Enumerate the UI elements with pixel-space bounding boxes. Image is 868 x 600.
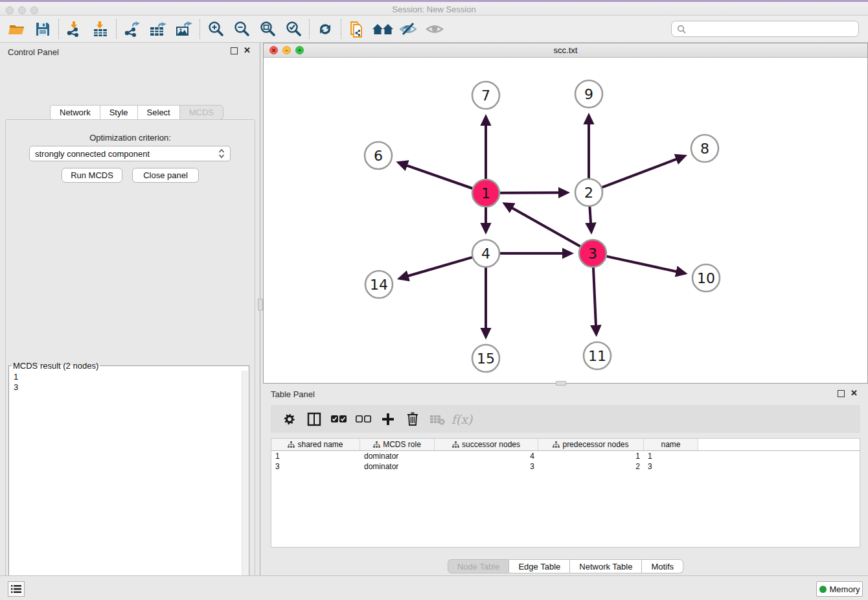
cell-shared-name[interactable]: 1 — [271, 452, 360, 461]
show-all-button[interactable] — [422, 17, 448, 41]
cell-name[interactable]: 3 — [644, 462, 698, 471]
home-button[interactable] — [370, 17, 396, 41]
duplicate-network-button[interactable] — [344, 17, 370, 41]
run-mcds-button[interactable]: Run MCDS — [62, 168, 122, 183]
eye-slash-icon — [399, 21, 418, 37]
node-table[interactable]: shared nameMCDS rolesuccessor nodesprede… — [271, 438, 860, 548]
vertical-splitter-grip[interactable] — [258, 299, 263, 310]
import-network-button[interactable] — [62, 17, 87, 41]
delete-table-icon — [429, 413, 445, 425]
network-window-titlebar[interactable]: ✕ − + scc.txt — [264, 43, 867, 58]
hide-selected-button[interactable] — [396, 17, 422, 41]
tab-node-table[interactable]: Node Table — [448, 559, 510, 573]
edge-2-8[interactable] — [602, 156, 685, 187]
edge-3-11[interactable] — [593, 268, 597, 334]
edge-1-6[interactable] — [398, 163, 472, 189]
table-row[interactable]: 3dominator323 — [271, 461, 860, 472]
cell-successor-nodes[interactable]: 4 — [435, 452, 538, 461]
tab-style[interactable]: Style — [100, 105, 138, 120]
cell-shared-name[interactable]: 3 — [271, 462, 360, 471]
save-session-button[interactable] — [30, 17, 56, 41]
mcds-result-item[interactable]: 3 — [14, 382, 238, 393]
memory-status-icon — [819, 586, 827, 593]
graph-node-label-4: 4 — [481, 246, 490, 262]
column-header-shared-name[interactable]: shared name — [271, 439, 360, 450]
zoom-in-button[interactable] — [203, 17, 229, 41]
export-network-button[interactable] — [119, 17, 145, 41]
optimization-criterion-select[interactable]: strongly connected component — [29, 146, 231, 161]
tab-mcds[interactable]: MCDS — [180, 105, 223, 120]
mcds-result-scrollbar[interactable] — [242, 371, 248, 600]
delete-column-button[interactable] — [400, 408, 425, 431]
edge-4-14[interactable] — [400, 257, 472, 279]
edge-1-2[interactable] — [500, 192, 567, 193]
export-image-icon — [175, 21, 193, 38]
cell-MCDS-role[interactable]: dominator — [360, 462, 435, 471]
column-type-icon — [288, 441, 295, 448]
unselect-all-columns-button[interactable] — [351, 408, 376, 431]
column-header-successor-nodes[interactable]: successor nodes — [435, 439, 538, 450]
function-builder-button[interactable]: f(x) — [450, 408, 474, 431]
refresh-button[interactable] — [312, 17, 338, 41]
tab-motifs[interactable]: Motifs — [642, 559, 683, 573]
mcds-tab-content: Optimization criterion: strongly connect… — [5, 119, 255, 600]
header-empty-area — [698, 439, 860, 450]
edge-3-1[interactable] — [505, 203, 580, 246]
search-input[interactable] — [686, 24, 858, 34]
mcds-result-list[interactable]: 13 — [10, 371, 242, 600]
control-panel-tabs: NetworkStyleSelectMCDS — [50, 105, 223, 120]
memory-button[interactable]: Memory — [816, 581, 863, 597]
toolbar-separator — [58, 19, 59, 39]
graph-node-label-7: 7 — [481, 87, 490, 104]
zoom-out-button[interactable] — [229, 17, 255, 41]
delete-table-button[interactable] — [425, 408, 450, 431]
cell-successor-nodes[interactable]: 3 — [435, 462, 538, 471]
close-panel-icon[interactable]: ✕ — [244, 46, 251, 55]
zoom-selected-button[interactable] — [280, 17, 306, 41]
table-toolbar: f(x) — [271, 405, 860, 433]
table-row[interactable]: 1dominator411 — [271, 451, 860, 461]
create-column-button[interactable] — [376, 408, 400, 431]
column-header-predecessor-nodes[interactable]: predecessor nodes — [538, 439, 644, 450]
column-header-name[interactable]: name — [644, 439, 698, 450]
column-type-icon — [373, 441, 380, 448]
network-canvas[interactable]: 7968124314101511 — [264, 58, 867, 383]
cell-MCDS-role[interactable]: dominator — [360, 452, 435, 461]
refresh-icon — [317, 21, 334, 38]
home-icon — [372, 21, 394, 37]
graph-node-label-2: 2 — [584, 185, 593, 201]
export-table-button[interactable] — [145, 17, 171, 41]
import-table-button[interactable] — [87, 17, 113, 41]
show-column-panel-button[interactable] — [302, 408, 326, 431]
search-icon — [677, 25, 686, 34]
table-settings-button[interactable] — [277, 408, 302, 431]
cell-predecessor-nodes[interactable]: 2 — [538, 462, 644, 471]
graph-node-label-9: 9 — [584, 86, 593, 102]
tab-edge-table[interactable]: Edge Table — [509, 559, 570, 573]
zoom-out-icon — [233, 21, 250, 38]
column-header-MCDS-role[interactable]: MCDS role — [360, 439, 435, 450]
session-title: Session: New Session — [0, 5, 868, 14]
open-session-button[interactable] — [4, 17, 30, 41]
close-panel-button[interactable]: Close panel — [132, 168, 199, 183]
tab-network[interactable]: Network — [50, 105, 100, 120]
tab-network-table[interactable]: Network Table — [570, 559, 642, 573]
horizontal-splitter-grip[interactable] — [556, 381, 566, 386]
zoom-fit-button[interactable] — [255, 17, 280, 41]
select-all-columns-button[interactable] — [326, 408, 351, 431]
app-titlebar: Session: New Session — [0, 0, 868, 16]
close-table-panel-icon[interactable]: ✕ — [851, 389, 858, 398]
float-table-panel-icon[interactable] — [838, 390, 845, 397]
float-panel-icon[interactable] — [231, 47, 238, 54]
task-history-button[interactable] — [8, 581, 25, 597]
mcds-result-item[interactable]: 1 — [14, 372, 238, 382]
edge-3-10[interactable] — [606, 257, 685, 273]
edge-2-3[interactable] — [589, 207, 591, 232]
search-box[interactable] — [671, 21, 859, 37]
cell-predecessor-nodes[interactable]: 1 — [538, 452, 644, 461]
graph-node-label-6: 6 — [374, 148, 383, 164]
status-bar: Memory — [0, 575, 868, 600]
tab-select[interactable]: Select — [138, 105, 180, 120]
cell-name[interactable]: 1 — [644, 452, 698, 461]
export-image-button[interactable] — [171, 17, 197, 41]
